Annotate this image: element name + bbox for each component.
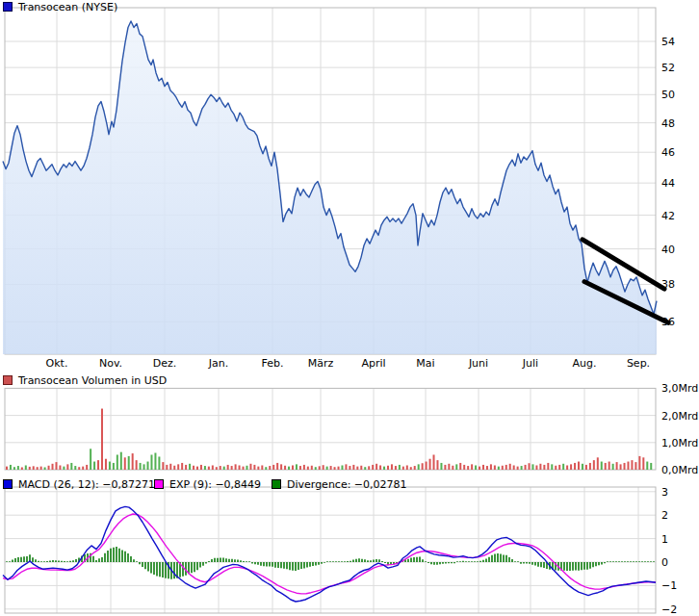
svg-text:50: 50	[661, 89, 675, 101]
svg-text:3,0Mrd: 3,0Mrd	[661, 382, 698, 395]
divergence-legend-label: Divergence: −0,02781	[287, 478, 407, 491]
stock-chart-page: 54525048464442403836Okt.Nov.Dez.Jan.Feb.…	[0, 0, 699, 616]
svg-text:2: 2	[661, 509, 668, 522]
svg-text:Okt.: Okt.	[46, 357, 68, 370]
svg-text:April: April	[361, 357, 385, 370]
macd-legend-item: MACD (26, 12): −0,87271	[3, 479, 155, 490]
svg-text:Sep.: Sep.	[627, 357, 650, 370]
svg-text:1: 1	[661, 533, 668, 546]
svg-text:Mai: Mai	[416, 357, 434, 370]
svg-text:38: 38	[661, 278, 675, 291]
svg-text:Jan.: Jan.	[208, 357, 228, 370]
exp-legend-item: EXP (9): −0,8449	[154, 479, 261, 490]
svg-text:1,0Mrd: 1,0Mrd	[661, 437, 698, 449]
macd-panel-legend: MACD (26, 12): −0,87271 EXP (9): −0,8449…	[0, 479, 699, 492]
svg-text:2,0Mrd: 2,0Mrd	[661, 410, 698, 423]
svg-text:Juli: Juli	[522, 357, 538, 370]
svg-text:48: 48	[661, 117, 675, 130]
svg-text:40: 40	[661, 244, 675, 256]
volume-panel-legend: Transocean Volumen in USD	[3, 375, 167, 387]
svg-text:−1: −1	[661, 579, 677, 592]
macd-legend-label: MACD (26, 12): −0,87271	[18, 478, 155, 491]
divergence-series-swatch-icon	[272, 479, 281, 489]
svg-text:Nov.: Nov.	[99, 357, 122, 370]
chart-canvas: 54525048464442403836Okt.Nov.Dez.Jan.Feb.…	[0, 0, 699, 616]
svg-text:0: 0	[661, 556, 668, 569]
exp-legend-label: EXP (9): −0,8449	[169, 478, 261, 491]
svg-text:54: 54	[661, 36, 675, 48]
divergence-legend-item: Divergence: −0,02781	[272, 479, 407, 490]
macd-series-swatch-icon	[3, 479, 13, 489]
svg-text:Juni: Juni	[468, 357, 488, 370]
price-panel-legend: Transocean (NYSE)	[3, 2, 117, 13]
svg-text:Feb.: Feb.	[262, 357, 284, 370]
svg-text:46: 46	[661, 146, 675, 159]
svg-text:42: 42	[661, 210, 675, 222]
volume-title: Transocean Volumen in USD	[18, 374, 167, 387]
svg-text:Dez.: Dez.	[153, 357, 177, 370]
chart-title: Transocean (NYSE)	[18, 1, 117, 13]
svg-text:Aug.: Aug.	[573, 357, 597, 370]
price-series-swatch-icon	[3, 2, 13, 12]
volume-series-swatch-icon	[3, 375, 13, 385]
svg-text:36: 36	[661, 316, 675, 328]
svg-text:44: 44	[661, 177, 675, 190]
svg-text:−2: −2	[661, 603, 677, 616]
svg-text:0,0Mrd: 0,0Mrd	[661, 464, 698, 476]
svg-text:März: März	[308, 357, 334, 370]
exp-series-swatch-icon	[154, 479, 164, 489]
svg-text:52: 52	[661, 62, 675, 74]
